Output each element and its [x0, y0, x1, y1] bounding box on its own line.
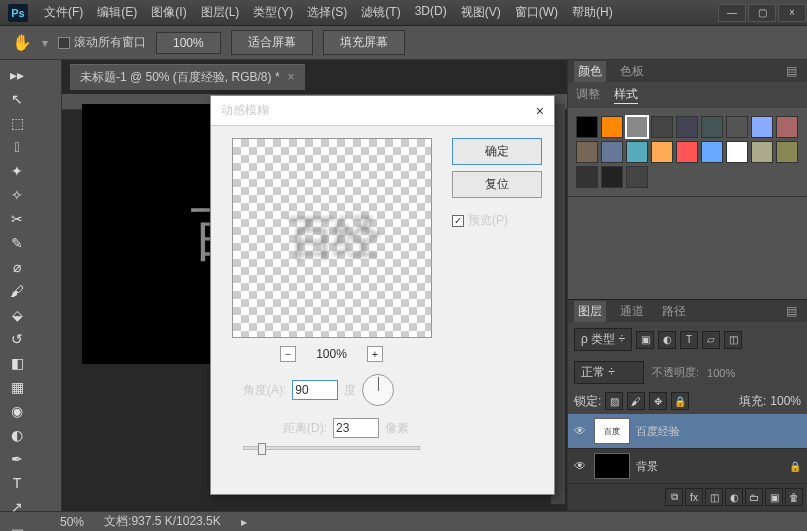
- style-swatch[interactable]: [726, 141, 748, 163]
- pen-tool[interactable]: ✒: [4, 448, 30, 470]
- document-tab[interactable]: 未标题-1 @ 50% (百度经验, RGB/8) *×: [70, 64, 305, 90]
- layer-row[interactable]: 👁 百度 百度经验: [568, 414, 807, 449]
- menu-file[interactable]: 文件(F): [38, 0, 89, 25]
- reset-button[interactable]: 复位: [452, 171, 542, 198]
- status-chevron-icon[interactable]: ▸: [241, 515, 247, 529]
- menu-3d[interactable]: 3D(D): [409, 0, 453, 25]
- tab-paths[interactable]: 路径: [658, 301, 690, 322]
- menu-filter[interactable]: 滤镜(T): [355, 0, 406, 25]
- tab-color[interactable]: 颜色: [574, 61, 606, 82]
- menu-select[interactable]: 选择(S): [301, 0, 353, 25]
- style-swatch[interactable]: [576, 116, 598, 138]
- menu-help[interactable]: 帮助(H): [566, 0, 619, 25]
- filter-adjust-icon[interactable]: ◐: [658, 331, 676, 349]
- crop-tool[interactable]: ✂: [4, 208, 30, 230]
- style-swatch[interactable]: [626, 116, 648, 138]
- move-tool[interactable]: ↖: [4, 88, 30, 110]
- zoom-100-button[interactable]: 100%: [156, 32, 221, 54]
- fit-screen-button[interactable]: 适合屏幕: [231, 30, 313, 55]
- style-swatch[interactable]: [751, 141, 773, 163]
- lock-position-icon[interactable]: ✥: [649, 392, 667, 410]
- style-swatch[interactable]: [701, 141, 723, 163]
- gradient-tool[interactable]: ▦: [4, 376, 30, 398]
- layer-name[interactable]: 百度经验: [636, 424, 801, 439]
- close-tab-icon[interactable]: ×: [288, 70, 295, 84]
- delete-layer-icon[interactable]: 🗑: [785, 488, 803, 506]
- style-swatch[interactable]: [601, 141, 623, 163]
- style-swatch[interactable]: [726, 116, 748, 138]
- style-swatch[interactable]: [776, 141, 798, 163]
- marquee-tool[interactable]: ⬚: [4, 112, 30, 134]
- angle-input[interactable]: [292, 380, 338, 400]
- filter-type-icon[interactable]: T: [680, 331, 698, 349]
- healing-tool[interactable]: ⌀: [4, 256, 30, 278]
- style-swatch[interactable]: [601, 116, 623, 138]
- distance-slider[interactable]: [243, 446, 420, 450]
- new-layer-icon[interactable]: ▣: [765, 488, 783, 506]
- tab-toggle-icon[interactable]: ▸▸: [4, 64, 30, 86]
- lock-pixels-icon[interactable]: 🖌: [627, 392, 645, 410]
- menu-layer[interactable]: 图层(L): [195, 0, 246, 25]
- dialog-close-icon[interactable]: ×: [536, 103, 544, 119]
- layer-fx-icon[interactable]: fx: [685, 488, 703, 506]
- layer-thumbnail[interactable]: [594, 453, 630, 479]
- fill-screen-button[interactable]: 填充屏幕: [323, 30, 405, 55]
- stamp-tool[interactable]: ⬙: [4, 304, 30, 326]
- history-brush-tool[interactable]: ↺: [4, 328, 30, 350]
- panel-menu-icon[interactable]: ▤: [782, 302, 801, 320]
- style-swatch[interactable]: [651, 116, 673, 138]
- status-doc-size[interactable]: 文档:937.5 K/1023.5K: [104, 513, 221, 530]
- dialog-titlebar[interactable]: 动感模糊 ×: [211, 96, 554, 126]
- menu-type[interactable]: 类型(Y): [247, 0, 299, 25]
- ok-button[interactable]: 确定: [452, 138, 542, 165]
- path-select-tool[interactable]: ↗: [4, 496, 30, 518]
- filter-preview[interactable]: 百经: [232, 138, 432, 338]
- preview-checkbox[interactable]: ✓预览(P): [452, 212, 542, 229]
- status-zoom[interactable]: 50%: [60, 515, 84, 529]
- menu-view[interactable]: 视图(V): [455, 0, 507, 25]
- quick-select-tool[interactable]: ✦: [4, 160, 30, 182]
- link-layers-icon[interactable]: ⧉: [665, 488, 683, 506]
- lock-all-icon[interactable]: 🔒: [671, 392, 689, 410]
- panel-menu-icon[interactable]: ▤: [782, 62, 801, 80]
- layer-row[interactable]: 👁 背景 🔒: [568, 449, 807, 484]
- menu-window[interactable]: 窗口(W): [509, 0, 564, 25]
- lasso-tool[interactable]: 𓏲: [4, 136, 30, 158]
- style-swatch[interactable]: [751, 116, 773, 138]
- layer-name[interactable]: 背景: [636, 459, 783, 474]
- blend-mode-select[interactable]: 正常 ÷: [574, 361, 644, 384]
- close-window-button[interactable]: ×: [778, 4, 806, 22]
- brush-tool[interactable]: 🖌: [4, 280, 30, 302]
- filter-shape-icon[interactable]: ▱: [702, 331, 720, 349]
- layer-mask-icon[interactable]: ◫: [705, 488, 723, 506]
- style-swatch[interactable]: [676, 141, 698, 163]
- visibility-icon[interactable]: 👁: [574, 459, 588, 473]
- fill-value[interactable]: 100%: [770, 394, 801, 408]
- tab-channels[interactable]: 通道: [616, 301, 648, 322]
- layer-thumbnail[interactable]: 百度: [594, 418, 630, 444]
- type-tool[interactable]: T: [4, 472, 30, 494]
- tab-layers[interactable]: 图层: [574, 301, 606, 322]
- opacity-value[interactable]: 100%: [707, 367, 735, 379]
- style-swatch[interactable]: [651, 141, 673, 163]
- style-swatch[interactable]: [776, 116, 798, 138]
- style-swatch[interactable]: [626, 166, 648, 188]
- subtab-adjust[interactable]: 调整: [576, 86, 600, 104]
- style-swatch[interactable]: [676, 116, 698, 138]
- zoom-in-button[interactable]: +: [367, 346, 383, 362]
- subtab-styles[interactable]: 样式: [614, 86, 638, 104]
- eyedropper-tool[interactable]: ✎: [4, 232, 30, 254]
- dodge-tool[interactable]: ◐: [4, 424, 30, 446]
- visibility-icon[interactable]: 👁: [574, 424, 588, 438]
- zoom-out-button[interactable]: −: [280, 346, 296, 362]
- menu-image[interactable]: 图像(I): [145, 0, 192, 25]
- magic-wand-tool[interactable]: ✧: [4, 184, 30, 206]
- style-swatch[interactable]: [626, 141, 648, 163]
- minimize-button[interactable]: —: [718, 4, 746, 22]
- filter-smart-icon[interactable]: ◫: [724, 331, 742, 349]
- shape-tool[interactable]: ▭: [4, 520, 30, 531]
- tab-swatches[interactable]: 色板: [616, 61, 648, 82]
- slider-thumb[interactable]: [258, 443, 266, 455]
- menu-edit[interactable]: 编辑(E): [91, 0, 143, 25]
- scroll-all-windows-checkbox[interactable]: 滚动所有窗口: [58, 34, 146, 51]
